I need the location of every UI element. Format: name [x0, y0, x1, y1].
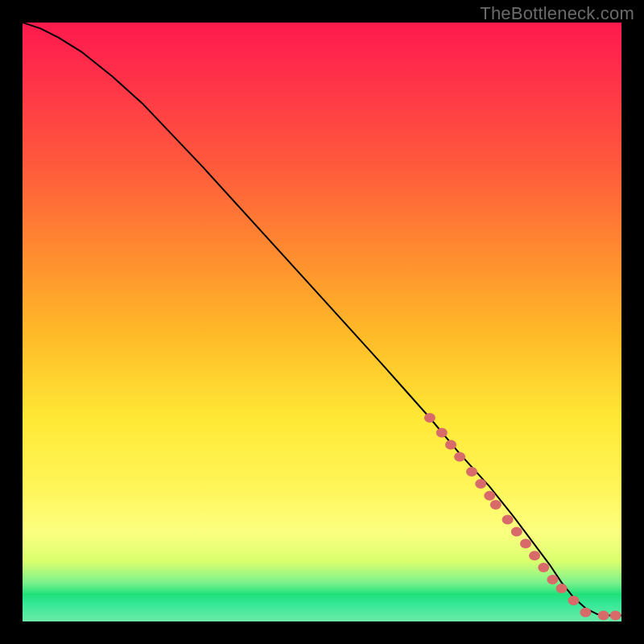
marker-point	[502, 515, 514, 525]
marker-point	[598, 611, 609, 621]
marker-point	[445, 440, 456, 450]
marker-point	[454, 452, 465, 461]
marker-group	[424, 413, 621, 621]
watermark-text: TheBottleneck.com	[480, 3, 634, 24]
marker-point	[568, 596, 580, 605]
marker-point	[466, 467, 477, 477]
chart-frame: TheBottleneck.com	[0, 0, 644, 644]
marker-point	[556, 584, 568, 593]
marker-point	[520, 539, 531, 548]
marker-point	[511, 526, 522, 536]
marker-point	[529, 551, 540, 560]
marker-point	[547, 575, 558, 584]
marker-point	[424, 413, 436, 423]
marker-point	[580, 608, 591, 617]
curve-line	[23, 23, 621, 616]
marker-point	[490, 500, 502, 510]
marker-point	[538, 563, 549, 572]
plot-area	[23, 23, 621, 621]
marker-point	[484, 491, 495, 501]
chart-svg	[23, 23, 621, 621]
marker-point	[475, 479, 486, 489]
marker-point	[436, 428, 448, 438]
marker-point	[610, 611, 621, 621]
